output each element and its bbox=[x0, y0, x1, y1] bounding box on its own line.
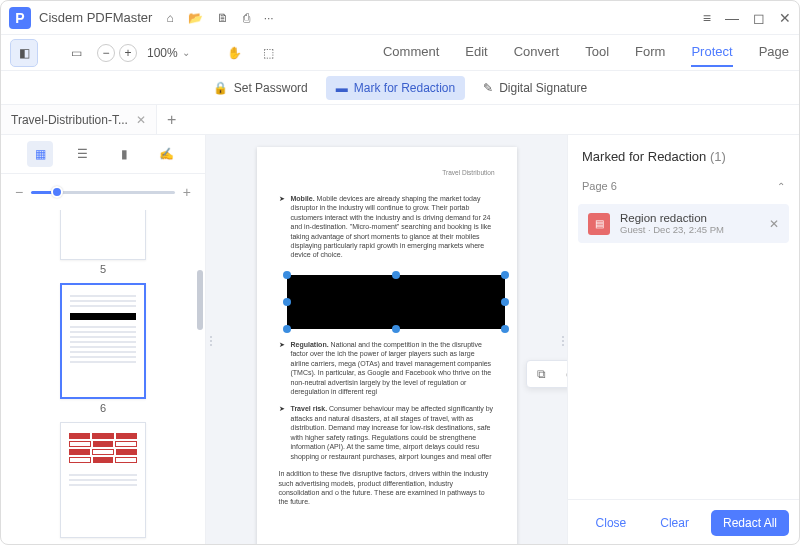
resize-handle[interactable] bbox=[501, 325, 509, 333]
redaction-region[interactable] bbox=[287, 275, 505, 329]
file-tab-close-icon[interactable]: ✕ bbox=[136, 113, 146, 127]
bullet-text: Mobile. Mobile devices are already shapi… bbox=[291, 194, 495, 260]
resize-handle[interactable] bbox=[501, 298, 509, 306]
document-viewer[interactable]: Travel Distribution ➤Mobile. Mobile devi… bbox=[206, 135, 567, 545]
page-thumbnail[interactable]: 6 bbox=[60, 283, 146, 414]
tab-page[interactable]: Page bbox=[759, 38, 789, 67]
tab-comment[interactable]: Comment bbox=[383, 38, 439, 67]
redaction-item-subtitle: Guest · Dec 23, 2:45 PM bbox=[620, 224, 759, 235]
thumb-size-minus[interactable]: − bbox=[15, 184, 23, 200]
slider-thumb[interactable] bbox=[51, 186, 63, 198]
protect-subtoolbar: 🔒 Set Password ▬ Mark for Redaction ✎ Di… bbox=[1, 71, 799, 105]
redaction-item-title: Region redaction bbox=[620, 212, 759, 224]
page-number: 6 bbox=[60, 402, 146, 414]
copy-icon[interactable]: ⧉ bbox=[537, 367, 546, 381]
annotation-tab-icon[interactable]: ✍ bbox=[153, 141, 179, 167]
resize-handle[interactable] bbox=[283, 298, 291, 306]
tab-edit[interactable]: Edit bbox=[465, 38, 487, 67]
close-button[interactable]: Close bbox=[584, 510, 639, 536]
thumbnail-sidebar: ▦ ☰ ▮ ✍ − + 5 6 bbox=[1, 135, 206, 545]
page-footer-text: In addition to these five disruptive fac… bbox=[279, 469, 495, 507]
select-tool-button[interactable]: ⬚ bbox=[256, 40, 282, 66]
main-toolbar: ◧ ▭ − + 100% ⌄ ✋ ⬚ Comment Edit Convert … bbox=[1, 35, 799, 71]
zoom-level[interactable]: 100% bbox=[147, 46, 178, 60]
redaction-count: (1) bbox=[710, 149, 726, 164]
page-thumbnail[interactable] bbox=[60, 422, 146, 538]
pdf-page[interactable]: Travel Distribution ➤Mobile. Mobile devi… bbox=[257, 147, 517, 545]
zoom-in-button[interactable]: + bbox=[119, 44, 137, 62]
tab-protect[interactable]: Protect bbox=[691, 38, 732, 67]
zoom-chevron-icon[interactable]: ⌄ bbox=[182, 47, 190, 58]
print-icon[interactable]: ⎙ bbox=[243, 11, 250, 25]
redact-all-button[interactable]: Redact All bbox=[711, 510, 789, 536]
app-logo: P bbox=[9, 7, 31, 29]
resize-handle[interactable] bbox=[501, 271, 509, 279]
panel-footer: Close Clear Redact All bbox=[568, 499, 799, 545]
section-label: Page 6 bbox=[582, 180, 617, 192]
hand-tool-button[interactable]: ✋ bbox=[222, 40, 248, 66]
outline-tab-icon[interactable]: ☰ bbox=[69, 141, 95, 167]
lock-icon: 🔒 bbox=[213, 81, 228, 95]
panel-section-header[interactable]: Page 6 ⌃ bbox=[568, 174, 799, 198]
bullet-text: Travel risk. Consumer behaviour may be a… bbox=[291, 404, 495, 461]
mark-for-redaction-button[interactable]: ▬ Mark for Redaction bbox=[326, 76, 465, 100]
add-tab-button[interactable]: + bbox=[157, 111, 186, 129]
page-number: 5 bbox=[60, 263, 146, 275]
bookmark-tab-icon[interactable]: ▮ bbox=[111, 141, 137, 167]
digital-signature-label: Digital Signature bbox=[499, 81, 587, 95]
hamburger-icon[interactable]: ≡ bbox=[703, 10, 711, 26]
thumbnail-list[interactable]: 5 6 bbox=[1, 210, 205, 545]
thumb-size-plus[interactable]: + bbox=[183, 184, 191, 200]
right-resize-grip[interactable] bbox=[560, 330, 565, 352]
single-page-button[interactable]: ▭ bbox=[63, 40, 89, 66]
resize-handle[interactable] bbox=[392, 271, 400, 279]
sidebar-toggle-button[interactable]: ◧ bbox=[11, 40, 37, 66]
minimize-icon[interactable]: — bbox=[725, 10, 739, 26]
mark-for-redaction-label: Mark for Redaction bbox=[354, 81, 455, 95]
set-password-label: Set Password bbox=[234, 81, 308, 95]
zoom-out-button[interactable]: − bbox=[97, 44, 115, 62]
bullet-arrow-icon: ➤ bbox=[279, 194, 285, 260]
page-thumbnail[interactable]: 5 bbox=[60, 210, 146, 275]
app-title: Cisdem PDFMaster bbox=[39, 10, 152, 25]
maximize-icon[interactable]: ◻ bbox=[753, 10, 765, 26]
bullet-arrow-icon: ➤ bbox=[279, 404, 285, 461]
open-icon[interactable]: 📂 bbox=[188, 11, 203, 25]
redacted-region-thumb bbox=[70, 313, 136, 320]
home-icon[interactable]: ⌂ bbox=[166, 11, 173, 25]
redact-icon: ▬ bbox=[336, 81, 348, 95]
tab-form[interactable]: Form bbox=[635, 38, 665, 67]
tab-tool[interactable]: Tool bbox=[585, 38, 609, 67]
mode-tabs: Comment Edit Convert Tool Form Protect P… bbox=[383, 38, 789, 67]
set-password-button[interactable]: 🔒 Set Password bbox=[203, 76, 318, 100]
save-icon[interactable]: 🗎 bbox=[217, 11, 229, 25]
file-tab-bar: Travel-Distribution-T... ✕ + bbox=[1, 105, 799, 135]
chevron-up-icon: ⌃ bbox=[777, 181, 785, 192]
redaction-badge-icon: ▤ bbox=[588, 213, 610, 235]
clear-button[interactable]: Clear bbox=[648, 510, 701, 536]
thumbnail-scrollbar[interactable] bbox=[197, 270, 203, 330]
remove-redaction-icon[interactable]: ✕ bbox=[769, 217, 779, 231]
thumb-size-slider[interactable] bbox=[31, 191, 175, 194]
file-tab-name: Travel-Distribution-T... bbox=[11, 113, 128, 127]
resize-handle[interactable] bbox=[283, 325, 291, 333]
resize-handle[interactable] bbox=[283, 271, 291, 279]
digital-signature-button[interactable]: ✎ Digital Signature bbox=[473, 76, 597, 100]
tab-convert[interactable]: Convert bbox=[514, 38, 560, 67]
bullet-arrow-icon: ➤ bbox=[279, 340, 285, 397]
appearance-icon[interactable]: ◔ bbox=[566, 367, 567, 381]
page-header: Travel Distribution bbox=[279, 169, 495, 178]
close-window-icon[interactable]: ✕ bbox=[779, 10, 791, 26]
file-tab[interactable]: Travel-Distribution-T... ✕ bbox=[1, 105, 157, 134]
main-area: ▦ ☰ ▮ ✍ − + 5 6 bbox=[1, 135, 799, 545]
titlebar: P Cisdem PDFMaster ⌂ 📂 🗎 ⎙ ··· ≡ — ◻ ✕ bbox=[1, 1, 799, 35]
redaction-context-toolbar: ⧉ ◔ ✓ 🗑 bbox=[526, 360, 567, 388]
thumbnails-tab-icon[interactable]: ▦ bbox=[27, 141, 53, 167]
signature-icon: ✎ bbox=[483, 81, 493, 95]
bullet-text: Regulation. National and the competition… bbox=[291, 340, 495, 397]
resize-handle[interactable] bbox=[392, 325, 400, 333]
panel-title: Marked for Redaction (1) bbox=[568, 135, 799, 174]
left-resize-grip[interactable] bbox=[208, 330, 213, 352]
redaction-item[interactable]: ▤ Region redaction Guest · Dec 23, 2:45 … bbox=[578, 204, 789, 243]
more-icon[interactable]: ··· bbox=[264, 11, 274, 25]
